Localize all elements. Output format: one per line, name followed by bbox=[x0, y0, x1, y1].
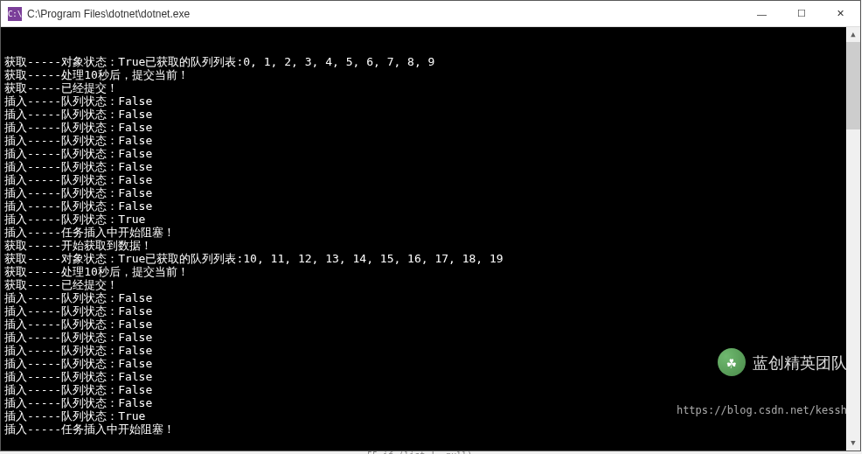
console-line: 获取-----处理10秒后，提交当前！ bbox=[4, 265, 857, 278]
console-line: 插入-----队列状态：False bbox=[4, 147, 857, 160]
console-line: 获取-----对象状态：True已获取的队列列表:10, 11, 12, 13,… bbox=[4, 252, 857, 265]
scroll-up-arrow[interactable]: ▲ bbox=[846, 27, 860, 42]
console-line: 插入-----队列状态：False bbox=[4, 344, 857, 357]
console-line: 插入-----队列状态：False bbox=[4, 186, 857, 199]
console-line: 插入-----队列状态：True bbox=[4, 213, 857, 226]
window-controls: — ☐ ✕ bbox=[742, 1, 860, 26]
console-line: 插入-----队列状态：False bbox=[4, 160, 857, 173]
console-line: 获取-----处理10秒后，提交当前！ bbox=[4, 68, 857, 81]
console-line: 获取-----对象状态：True已获取的队列列表:0, 1, 2, 3, 4, … bbox=[4, 55, 857, 68]
console-line: 获取-----已经提交！ bbox=[4, 278, 857, 291]
console-line: 插入-----队列状态：True bbox=[4, 409, 857, 423]
console-line: 插入-----队列状态：False bbox=[4, 134, 857, 147]
console-line: 插入-----任务插入中开始阻塞！ bbox=[4, 226, 857, 239]
console-line: 插入-----队列状态：False bbox=[4, 121, 857, 134]
titlebar[interactable]: C:\ C:\Program Files\dotnet\dotnet.exe —… bbox=[1, 1, 860, 27]
scroll-down-arrow[interactable]: ▼ bbox=[846, 436, 860, 451]
app-icon: C:\ bbox=[8, 7, 22, 21]
vertical-scrollbar[interactable]: ▲ ▼ bbox=[846, 27, 860, 451]
console-window: C:\ C:\Program Files\dotnet\dotnet.exe —… bbox=[0, 0, 861, 451]
close-button[interactable]: ✕ bbox=[821, 1, 860, 26]
console-line: 插入-----队列状态：False bbox=[4, 383, 857, 396]
console-line: 插入-----队列状态：False bbox=[4, 396, 857, 409]
maximize-button[interactable]: ☐ bbox=[781, 1, 821, 26]
console-output[interactable]: 获取-----对象状态：True已获取的队列列表:0, 1, 2, 3, 4, … bbox=[1, 27, 860, 451]
console-line: 插入-----队列状态：False bbox=[4, 331, 857, 344]
console-line: 插入-----队列状态：False bbox=[4, 94, 857, 108]
window-title: C:\Program Files\dotnet\dotnet.exe bbox=[27, 8, 742, 20]
console-line: 获取-----开始获取到数据！ bbox=[4, 239, 857, 252]
bottom-clipped-code: 55 if (list != null) bbox=[367, 451, 868, 454]
console-line: 插入-----队列状态：False bbox=[4, 291, 857, 304]
console-line: 插入-----队列状态：False bbox=[4, 370, 857, 383]
console-line: 插入-----队列状态：False bbox=[4, 304, 857, 318]
console-line: 获取-----已经提交！ bbox=[4, 81, 857, 94]
console-line: 插入-----队列状态：False bbox=[4, 108, 857, 121]
console-line: 插入-----队列状态：False bbox=[4, 318, 857, 331]
minimize-button[interactable]: — bbox=[742, 1, 781, 26]
right-clipped-edge: i bbox=[862, 0, 868, 454]
console-line: 插入-----队列状态：False bbox=[4, 357, 857, 370]
scroll-thumb[interactable] bbox=[846, 42, 860, 129]
console-line: 插入-----队列状态：False bbox=[4, 199, 857, 213]
console-line: 插入-----任务插入中开始阻塞！ bbox=[4, 423, 857, 436]
console-line: 插入-----队列状态：False bbox=[4, 173, 857, 186]
